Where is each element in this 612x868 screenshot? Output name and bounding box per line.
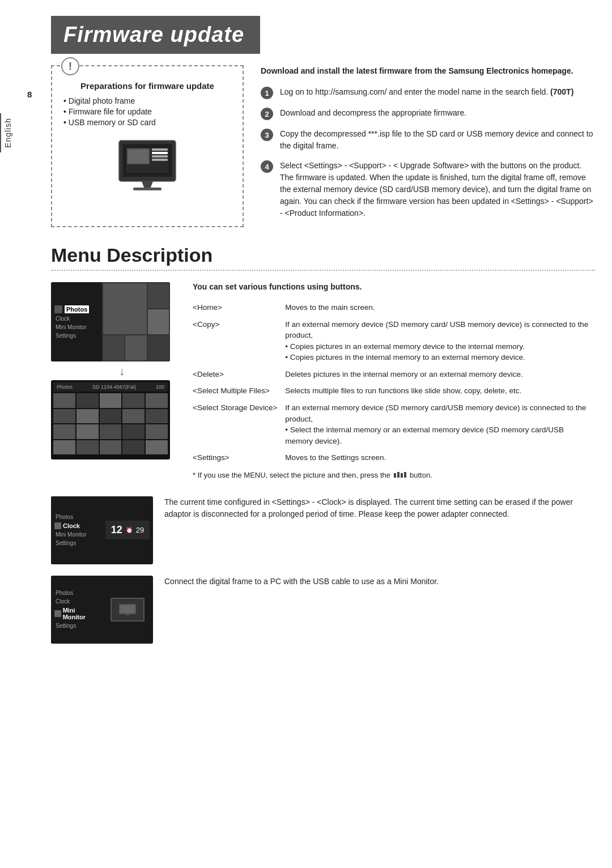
screenshot-clock: Photos Clock Mini Monitor Settings 12 ⏰ …: [51, 496, 153, 564]
mini-monitor-section: Photos Clock Mini Monitor Settings: [51, 576, 595, 644]
step-3: 3 Copy the decompressed ***.isp file to …: [261, 128, 595, 152]
language-label: English: [0, 113, 15, 152]
menu-table: <Home> Moves to the main screen. <Copy> …: [193, 299, 595, 466]
table-row: <Select Storage Device> If an external m…: [193, 399, 595, 449]
svg-rect-14: [126, 614, 129, 615]
table-row: <Select Multiple Files> Selects multiple…: [193, 382, 595, 399]
warning-icon: !: [61, 57, 79, 75]
mini-monitor-description: Connect the digital frame to a PC with t…: [164, 576, 595, 588]
table-row: <Home> Moves to the main screen.: [193, 299, 595, 316]
menu-note-text: * If you use the MENU, select the pictur…: [193, 471, 390, 479]
table-row: <Copy> If an external memory device (SD …: [193, 316, 595, 366]
step-text-2: Download and decompress the appropriate …: [280, 107, 595, 119]
menu-label: <Select Multiple Files>: [193, 382, 285, 399]
step-number-1: 1: [261, 87, 273, 99]
svg-rect-5: [128, 150, 148, 163]
monitor-icon: [119, 604, 136, 615]
step-4: 4 Select <Settings> - <Support> - < Upgr…: [261, 160, 595, 219]
device-illustration: [102, 135, 193, 192]
preparations-heading: Preparations for firmware update: [63, 81, 231, 91]
section-divider: [51, 270, 595, 271]
menu-note: * If you use the MENU, select the pictur…: [193, 471, 595, 479]
svg-rect-11: [133, 188, 162, 190]
step-number-3: 3: [261, 129, 273, 141]
menu-desc: Selects multiple files to run functions …: [285, 382, 595, 399]
menu-desc-content: Photos Clock Mini Monitor Settings: [51, 282, 595, 479]
svg-rect-9: [152, 159, 168, 161]
menu-label: <Settings>: [193, 449, 285, 466]
preparations-box: ! Preparations for firmware update Digit…: [51, 65, 244, 227]
screenshots-column: Photos Clock Mini Monitor Settings: [51, 282, 181, 479]
clock-section: Photos Clock Mini Monitor Settings 12 ⏰ …: [51, 496, 595, 564]
menu-note-suffix: button.: [410, 471, 432, 479]
download-header: Download and install the latest firmware…: [261, 65, 595, 77]
page-number: 8: [27, 90, 32, 99]
list-item: Firmware file for update: [63, 107, 231, 116]
list-item: Digital photo frame: [63, 96, 231, 105]
preparations-list: Digital photo frame Firmware file for up…: [63, 96, 231, 127]
svg-rect-6: [152, 148, 168, 151]
svg-rect-8: [152, 155, 168, 158]
menu-desc: If an external memory device (SD memory …: [285, 316, 595, 366]
menu-desc: Moves to the Settings screen.: [285, 449, 595, 466]
arrow-connector: ↓: [62, 365, 181, 378]
step-text-4: Select <Settings> - <Support> - < Upgrad…: [280, 160, 595, 219]
step-text-3: Copy the decompressed ***.isp file to th…: [280, 128, 595, 152]
screenshot-photos: Photos Clock Mini Monitor Settings: [51, 282, 170, 361]
menu-label: <Delete>: [193, 366, 285, 383]
menu-description-section: Menu Description Photos Clock: [51, 244, 595, 644]
menu-bars-icon: [394, 472, 406, 478]
svg-rect-13: [120, 605, 135, 613]
right-table-content: You can set various functions using butt…: [181, 282, 595, 479]
step-number-4: 4: [261, 160, 273, 173]
menu-label: <Select Storage Device>: [193, 399, 285, 449]
menu-desc: Moves to the main screen.: [285, 299, 595, 316]
right-instructions: Download and install the latest firmware…: [261, 65, 595, 227]
screenshot-mini-monitor: Photos Clock Mini Monitor Settings: [51, 576, 153, 644]
menu-desc: If an external memory device (SD memory …: [285, 399, 595, 449]
step-1: 1 Log on to http://samsung.com/ and ente…: [261, 86, 595, 99]
functions-header: You can set various functions using butt…: [193, 282, 595, 291]
table-row: <Settings> Moves to the Settings screen.: [193, 449, 595, 466]
step-number-2: 2: [261, 108, 273, 120]
top-section: ! Preparations for firmware update Digit…: [51, 65, 595, 227]
svg-rect-7: [152, 152, 168, 154]
step-text-1: Log on to http://samsung.com/ and enter …: [280, 86, 595, 98]
menu-label: <Home>: [193, 299, 285, 316]
firmware-title: Firmware update: [63, 23, 244, 47]
menu-description-title: Menu Description: [51, 244, 595, 266]
step-2: 2 Download and decompress the appropriat…: [261, 107, 595, 120]
table-row: <Delete> Deletes pictures in the interna…: [193, 366, 595, 383]
menu-label: <Copy>: [193, 316, 285, 366]
list-item: USB memory or SD card: [63, 118, 231, 127]
firmware-title-box: Firmware update: [51, 16, 260, 54]
clock-description: The current time configured in <Settings…: [164, 496, 595, 521]
menu-desc: Deletes pictures in the internal memory …: [285, 366, 595, 383]
screenshot-photo-grid: Photos SD 1234-4567(Fat) 100: [51, 380, 170, 459]
